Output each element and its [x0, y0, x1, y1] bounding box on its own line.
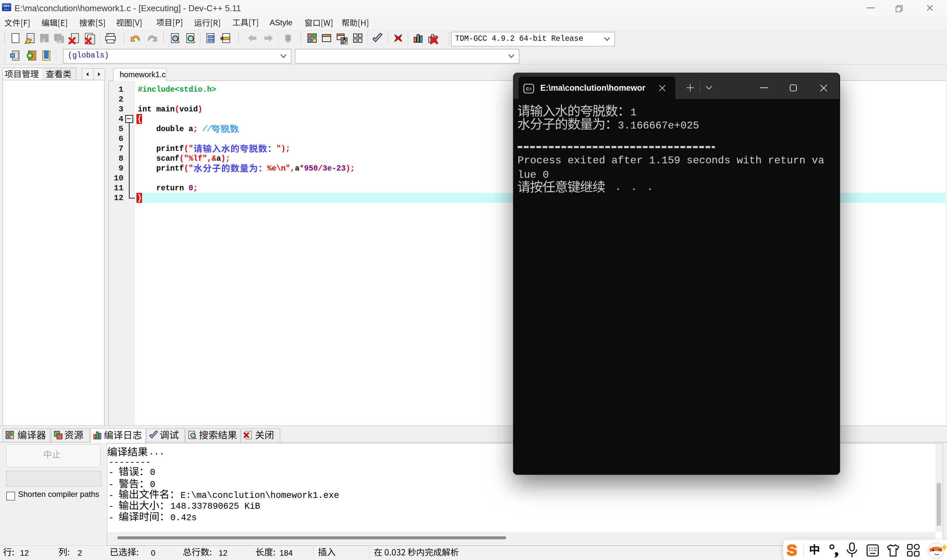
svg-text:DEV: DEV	[4, 4, 10, 8]
svg-text:C++: C++	[4, 8, 9, 11]
svg-text:S: S	[787, 542, 797, 559]
svg-text:C:\: C:\	[526, 87, 532, 91]
